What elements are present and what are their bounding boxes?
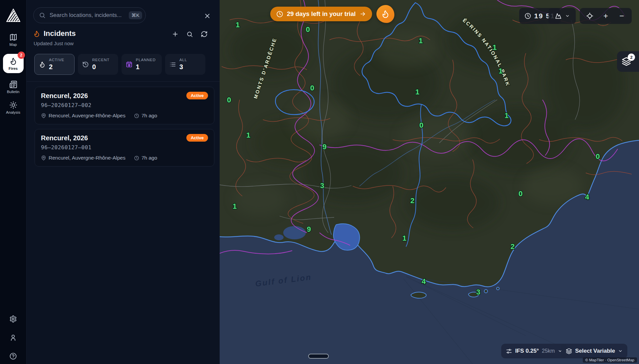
model-name: IFS 0.25° <box>515 348 539 354</box>
updated-status: Updated Just now <box>34 41 74 46</box>
header-actions <box>172 31 208 38</box>
cluster-marker[interactable]: 4 <box>585 193 589 201</box>
tab-planned[interactable]: PLANNED 1 <box>121 54 162 75</box>
map-zoom-controls: + − <box>580 8 632 24</box>
search-icon <box>39 12 46 19</box>
map-pin-icon <box>41 155 46 161</box>
close-panel-button[interactable] <box>204 12 211 20</box>
incident-time: 7h ago <box>141 113 157 119</box>
cluster-marker[interactable]: 1 <box>415 88 419 96</box>
variable-selector[interactable]: Select Variable <box>561 344 627 358</box>
tab-count: 3 <box>179 63 187 71</box>
cluster-marker[interactable]: 1 <box>505 111 509 120</box>
tab-label: ACTIVE <box>49 58 64 62</box>
cluster-marker[interactable]: 1 <box>493 43 497 52</box>
search-input[interactable] <box>49 12 125 19</box>
map-icon <box>9 33 17 41</box>
user-button[interactable] <box>9 334 17 341</box>
cluster-marker[interactable]: 0 <box>419 121 423 129</box>
cluster-marker[interactable]: 1 <box>246 131 250 139</box>
incidents-panel: ⌘K Incidents Updated Just now <box>27 0 220 364</box>
incident-location: Rencurel, Auvergne-Rhône-Alpes <box>49 155 125 161</box>
sidebar-item-label: Map <box>9 43 17 47</box>
tab-recent[interactable]: RECENT 0 <box>78 54 118 75</box>
trial-banner[interactable]: 29 days left in your trial <box>270 7 372 21</box>
app-logo[interactable] <box>6 9 20 22</box>
tab-count: 1 <box>136 63 156 71</box>
cluster-marker[interactable]: 0 <box>306 25 310 34</box>
cluster-marker[interactable]: 1 <box>236 21 240 29</box>
sidebar-item-fires[interactable]: 2 Fires <box>3 54 24 73</box>
cluster-marker[interactable]: 3 <box>476 288 480 296</box>
incident-list: Rencurel, 2026 Active 96–20260127–002 Re… <box>35 87 214 167</box>
mountain-icon <box>555 12 562 20</box>
flame-icon <box>9 57 17 65</box>
sidebar-item-analysis[interactable]: Analysis <box>3 101 24 114</box>
map-attribution[interactable]: © MapTiler · OpenStreetMap <box>583 357 637 363</box>
status-badge: Active <box>186 92 208 99</box>
nav-footer <box>9 315 17 360</box>
sidebar-item-bulletin[interactable]: Bulletin <box>3 80 24 94</box>
cluster-marker[interactable]: 3 <box>320 182 324 190</box>
settings-button[interactable] <box>9 315 17 323</box>
tab-active[interactable]: ACTIVE 2 <box>34 54 75 75</box>
sun-icon <box>9 101 17 109</box>
cluster-marker[interactable]: 1 <box>402 234 406 242</box>
incident-card[interactable]: Rencurel, 2026 Active 96–20260127–001 Re… <box>35 129 214 167</box>
cluster-marker[interactable]: 9 <box>307 225 311 233</box>
cluster-marker[interactable]: 1 <box>233 202 237 210</box>
trial-banner-text: 29 days left in your trial <box>287 10 356 18</box>
model-selector[interactable]: IFS 0.25° 25km <box>501 344 567 358</box>
close-icon <box>204 12 211 20</box>
fire-fab-button[interactable] <box>376 5 394 23</box>
cluster-marker[interactable]: 1 <box>419 37 423 45</box>
cluster-marker[interactable]: 1 <box>499 67 503 75</box>
cluster-marker[interactable]: 2 <box>410 196 414 205</box>
tab-all[interactable]: ALL 3 <box>165 54 205 75</box>
sidebar-item-map[interactable]: Map <box>3 33 24 47</box>
flame-icon <box>33 30 40 37</box>
incident-card[interactable]: Rencurel, 2026 Active 96–20260127–002 Re… <box>35 87 214 124</box>
timeline-handle[interactable] <box>308 354 329 359</box>
tab-count: 0 <box>92 63 109 71</box>
flame-icon <box>381 10 390 18</box>
incident-title: Rencurel, 2026 <box>41 92 208 100</box>
map-canvas[interactable]: ÉCRINS NATIONAL PARK MONTS D'ARDÈCHE Gul… <box>220 0 639 364</box>
refresh-icon <box>201 31 208 38</box>
tab-label: RECENT <box>92 58 109 62</box>
status-badge: Active <box>186 134 208 142</box>
cluster-marker[interactable]: 0 <box>519 189 523 198</box>
terrain-selector[interactable] <box>548 8 576 24</box>
layers-icon <box>566 348 572 354</box>
map-svg: ÉCRINS NATIONAL PARK MONTS D'ARDÈCHE Gul… <box>220 0 639 364</box>
tab-label: PLANNED <box>136 58 156 62</box>
search-bar[interactable]: ⌘K <box>33 7 146 23</box>
zoom-out-button[interactable]: − <box>615 9 628 23</box>
clock-icon <box>134 113 139 118</box>
layers-button[interactable]: 2 <box>617 51 639 72</box>
cluster-marker[interactable]: 9 <box>322 143 326 151</box>
keyboard-shortcut: ⌘K <box>129 11 142 19</box>
search-incidents-button[interactable] <box>186 31 193 38</box>
gear-icon <box>9 315 17 323</box>
cluster-marker[interactable]: 0 <box>596 152 600 161</box>
cluster-marker[interactable]: 0 <box>227 96 231 104</box>
add-incident-button[interactable] <box>172 31 179 38</box>
chevron-down-icon <box>618 349 623 353</box>
zoom-in-button[interactable]: + <box>599 9 612 23</box>
incident-time: 7h ago <box>141 155 157 161</box>
refresh-button[interactable] <box>201 31 208 38</box>
cluster-marker[interactable]: 0 <box>310 84 314 92</box>
model-resolution: 25km <box>542 348 555 354</box>
sidebar-item-label: Analysis <box>6 110 20 114</box>
incident-id: 96–20260127–002 <box>41 102 208 108</box>
calendar-clock-icon <box>126 61 132 68</box>
divider <box>27 81 220 82</box>
incident-location: Rencurel, Auvergne-Rhône-Alpes <box>49 113 125 119</box>
arrow-right-icon <box>359 11 366 17</box>
incident-title: Rencurel, 2026 <box>41 134 208 142</box>
locate-button[interactable] <box>583 9 596 23</box>
cluster-marker[interactable]: 2 <box>511 242 515 251</box>
cluster-marker[interactable]: 4 <box>422 277 426 286</box>
help-button[interactable] <box>9 352 17 360</box>
